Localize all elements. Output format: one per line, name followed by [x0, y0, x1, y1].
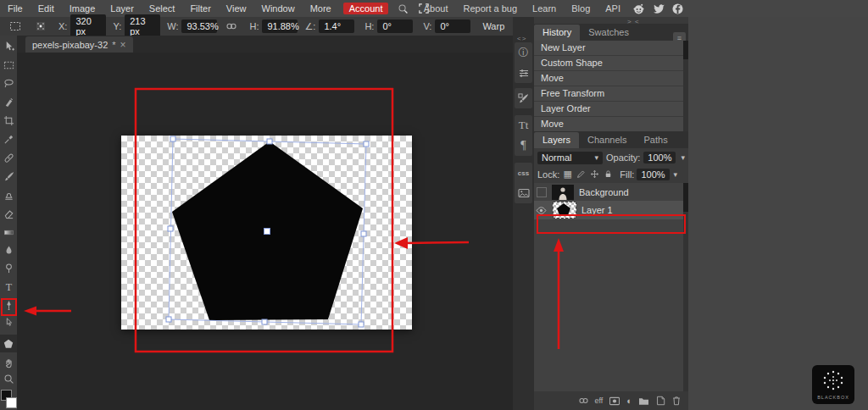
- reddit-icon[interactable]: [632, 3, 645, 14]
- menu-more[interactable]: More: [303, 3, 339, 14]
- transform-center-point[interactable]: [264, 229, 270, 235]
- menu-report-bug[interactable]: Report a bug: [456, 3, 524, 14]
- history-item[interactable]: Layer Order: [534, 102, 688, 117]
- menu-view[interactable]: View: [219, 3, 254, 14]
- fill-input[interactable]: 100%: [637, 169, 669, 180]
- eraser-tool[interactable]: [0, 205, 17, 223]
- menu-edit[interactable]: Edit: [31, 3, 62, 14]
- zoom-tool[interactable]: [0, 370, 17, 388]
- paragraph-icon[interactable]: ¶: [515, 136, 532, 156]
- opacity-input[interactable]: 100%: [643, 152, 676, 163]
- clone-stamp-tool[interactable]: [0, 186, 17, 204]
- w-input[interactable]: 93.53%: [181, 19, 217, 33]
- y-input[interactable]: 213 px: [125, 14, 160, 38]
- move-tool[interactable]: [0, 37, 17, 55]
- adjustment-icon[interactable]: ◐: [626, 396, 632, 406]
- css-icon[interactable]: css: [515, 163, 532, 183]
- menu-layer[interactable]: Layer: [103, 3, 142, 14]
- hand-tool[interactable]: [0, 354, 17, 372]
- image-icon[interactable]: [515, 183, 532, 203]
- twitter-icon[interactable]: [653, 3, 665, 14]
- history-item[interactable]: Free Transform: [534, 86, 688, 102]
- close-tab-icon[interactable]: ×: [120, 39, 126, 51]
- blend-mode-value: Normal: [542, 152, 571, 163]
- warp-button[interactable]: Warp: [482, 21, 504, 31]
- layer-row-background[interactable]: Background: [534, 183, 683, 201]
- layer-row-layer1[interactable]: Layer 1: [534, 201, 683, 219]
- menu-file[interactable]: File: [0, 3, 31, 14]
- menu-api[interactable]: API: [598, 3, 627, 14]
- search-icon[interactable]: [392, 3, 414, 14]
- brush-settings-icon[interactable]: [515, 88, 532, 108]
- menu-learn[interactable]: Learn: [526, 3, 563, 14]
- crop-tool[interactable]: [0, 112, 17, 130]
- canvas-area[interactable]: [17, 53, 513, 410]
- opacity-dropdown-icon[interactable]: ▾: [681, 153, 685, 162]
- document-tab[interactable]: pexels-pixabay-32 * ×: [25, 36, 133, 53]
- eyedropper-tool[interactable]: [0, 130, 17, 148]
- history-item[interactable]: New Layer: [534, 41, 688, 56]
- menu-about[interactable]: About: [417, 3, 455, 14]
- facebook-icon[interactable]: [672, 3, 683, 14]
- link-icon[interactable]: [578, 396, 589, 405]
- tab-history[interactable]: History: [534, 25, 580, 41]
- blur-tool[interactable]: [0, 241, 17, 259]
- history-item[interactable]: Move: [534, 117, 688, 132]
- angle-input[interactable]: 1.4°: [319, 19, 354, 33]
- transform-selection-icon[interactable]: [4, 21, 26, 31]
- background-color-swatch[interactable]: [6, 397, 17, 408]
- brush-tool[interactable]: [0, 168, 17, 186]
- gradient-tool[interactable]: [0, 224, 17, 241]
- lock-pixels-icon[interactable]: [576, 169, 587, 179]
- options-bar: X: 320 px Y: 213 px W: 93.53% H: 91.88% …: [0, 17, 513, 36]
- healing-tool[interactable]: [0, 149, 17, 167]
- menu-image[interactable]: Image: [62, 3, 103, 14]
- blend-row: Normal ▾ Opacity: 100% ▾: [534, 151, 688, 164]
- tab-swatches[interactable]: Swatches: [580, 25, 637, 41]
- dodge-tool[interactable]: [0, 259, 17, 277]
- link-dimensions-icon[interactable]: [220, 22, 242, 30]
- x-input[interactable]: 320 px: [70, 14, 106, 38]
- layer-thumbnail: [553, 202, 576, 219]
- h-input[interactable]: 91.88%: [262, 19, 298, 33]
- account-button[interactable]: Account: [343, 3, 389, 14]
- marquee-tool[interactable]: [0, 56, 17, 74]
- type-tool[interactable]: T: [0, 278, 17, 296]
- collapse-panels-icon[interactable]: <>: [517, 35, 526, 42]
- menu-filter[interactable]: Filter: [182, 3, 218, 14]
- right-gutter: BLACKBOX: [688, 17, 868, 410]
- mask-icon[interactable]: [609, 396, 620, 406]
- annotation-arrow-left: [394, 237, 469, 249]
- fill-dropdown-icon[interactable]: ▾: [674, 170, 678, 179]
- menu-blog[interactable]: Blog: [565, 3, 597, 14]
- pen-tool[interactable]: [0, 296, 17, 314]
- object-select-tool[interactable]: [0, 93, 17, 111]
- path-select-tool[interactable]: [0, 313, 17, 331]
- swatches-icon[interactable]: [1, 390, 17, 410]
- tab-layers[interactable]: Layers: [534, 132, 579, 148]
- eye-icon[interactable]: [534, 207, 548, 214]
- history-item[interactable]: Custom Shape: [534, 56, 688, 71]
- effects-icon[interactable]: eff: [595, 396, 604, 405]
- history-item[interactable]: Move: [534, 71, 688, 86]
- lock-transparency-icon[interactable]: ▦: [562, 169, 573, 180]
- lock-all-icon[interactable]: [603, 169, 614, 179]
- lock-position-icon[interactable]: [589, 169, 600, 179]
- shape-tool[interactable]: [0, 335, 17, 352]
- trash-icon[interactable]: [671, 396, 682, 406]
- new-layer-icon[interactable]: [655, 396, 665, 406]
- skew-v-input[interactable]: 0°: [435, 19, 470, 33]
- lasso-tool[interactable]: [0, 75, 17, 92]
- folder-icon[interactable]: [638, 396, 649, 406]
- info-icon[interactable]: ⓘ: [515, 42, 532, 63]
- tab-paths[interactable]: Paths: [636, 132, 676, 148]
- blend-mode-select[interactable]: Normal ▾: [537, 152, 603, 164]
- tab-channels[interactable]: Channels: [579, 132, 635, 148]
- adjustments-icon[interactable]: [515, 63, 532, 83]
- menu-select[interactable]: Select: [142, 3, 183, 14]
- reference-point-icon[interactable]: [30, 20, 52, 32]
- menu-window[interactable]: Window: [254, 3, 303, 14]
- character-icon[interactable]: Tt: [515, 115, 532, 136]
- skew-h-input[interactable]: 0°: [377, 19, 413, 33]
- visibility-checkbox[interactable]: [537, 187, 547, 197]
